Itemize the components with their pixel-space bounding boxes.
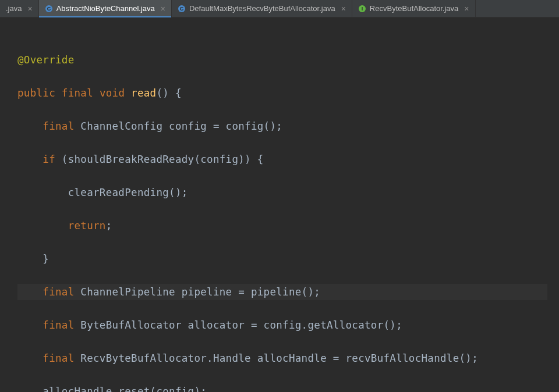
tab-label: .java bbox=[6, 4, 22, 13]
text: allocHandle.reset(config); bbox=[43, 386, 207, 393]
text: } bbox=[43, 253, 49, 265]
annotation: @Override bbox=[17, 54, 75, 66]
keyword: final bbox=[43, 319, 74, 331]
keyword: final bbox=[43, 120, 74, 132]
interface-icon: I bbox=[358, 5, 366, 13]
keyword: void bbox=[100, 87, 125, 99]
keyword: final bbox=[62, 87, 93, 99]
keyword: if bbox=[43, 154, 55, 165]
tab-default-max-bytes[interactable]: C DefaultMaxBytesRecvByteBufAllocator.ja… bbox=[172, 0, 352, 17]
svg-text:I: I bbox=[362, 6, 363, 12]
editor-tabs: .java × C AbstractNioByteChannel.java × … bbox=[0, 0, 559, 17]
tab-abstract-nio[interactable]: C AbstractNioByteChannel.java × bbox=[39, 0, 172, 17]
close-icon[interactable]: × bbox=[161, 5, 165, 13]
svg-text:C: C bbox=[47, 6, 51, 12]
tab-label: AbstractNioByteChannel.java bbox=[56, 4, 155, 13]
text: RecvByteBufAllocator.Handle allocHandle … bbox=[75, 352, 479, 364]
keyword: public bbox=[17, 87, 55, 99]
method-name: read bbox=[131, 87, 156, 99]
text: ChannelPipeline pipeline = pipeline(); bbox=[75, 286, 321, 298]
text: ; bbox=[106, 220, 112, 231]
text: (shouldBreakReadReady(config)) { bbox=[55, 154, 264, 165]
text: ByteBufAllocator allocator = config.getA… bbox=[75, 319, 402, 331]
close-icon[interactable]: × bbox=[27, 5, 32, 13]
svg-text:C: C bbox=[180, 6, 184, 12]
tab-label: RecvByteBufAllocator.java bbox=[370, 4, 458, 13]
tab-java[interactable]: .java × bbox=[0, 0, 39, 17]
text: clearReadPending(); bbox=[68, 187, 188, 198]
class-icon: C bbox=[178, 5, 186, 13]
keyword: return bbox=[68, 220, 106, 231]
tab-recv-byte-buf[interactable]: I RecvByteBufAllocator.java × bbox=[352, 0, 476, 17]
code-editor[interactable]: @Override public final void read() { fin… bbox=[0, 17, 559, 392]
text: () { bbox=[156, 87, 181, 99]
close-icon[interactable]: × bbox=[464, 5, 469, 13]
text: ChannelConfig config = config(); bbox=[75, 120, 283, 132]
close-icon[interactable]: × bbox=[341, 5, 346, 13]
keyword: final bbox=[43, 352, 74, 364]
tab-label: DefaultMaxBytesRecvByteBufAllocator.java bbox=[189, 4, 335, 13]
keyword: final bbox=[43, 286, 74, 298]
class-icon: C bbox=[45, 5, 53, 13]
